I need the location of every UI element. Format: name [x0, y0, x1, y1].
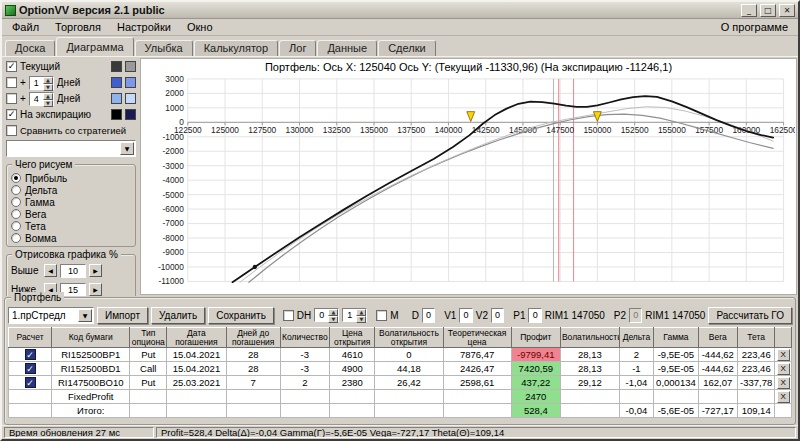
column-header-15[interactable]: [775, 328, 792, 348]
tab-diagram[interactable]: Диаграмма: [56, 37, 133, 56]
svg-text:-7000: -7000: [163, 218, 185, 228]
plus1-days-stepper[interactable]: 1 ▲▼: [29, 76, 54, 90]
up-arrow-icon[interactable]: ▲: [43, 77, 53, 84]
menu-window[interactable]: Окно: [179, 20, 221, 34]
column-header-1[interactable]: Код бумаги: [52, 328, 130, 348]
down-arrow-icon[interactable]: ▼: [43, 100, 53, 107]
column-header-10[interactable]: Волатильность: [560, 328, 619, 348]
radio-gamma[interactable]: Гамма: [11, 196, 131, 208]
d-field[interactable]: 0: [422, 308, 435, 323]
column-header-11[interactable]: Дельта: [619, 328, 653, 348]
row-delete-button[interactable]: X: [777, 349, 790, 361]
down-arrow-icon[interactable]: ▼: [328, 316, 338, 323]
row-calc-checkbox[interactable]: ✓: [25, 349, 36, 360]
menu-file[interactable]: Файл: [4, 20, 47, 34]
plus1-color-swatch-2[interactable]: [125, 77, 136, 88]
radio-profit[interactable]: Прибыль: [11, 172, 131, 184]
calc-go-button[interactable]: Рассчитать ГО: [708, 307, 792, 324]
p1-field[interactable]: 0: [528, 308, 541, 323]
column-header-6[interactable]: Цена открытия: [330, 328, 375, 348]
down-arrow-icon[interactable]: ▼: [43, 84, 53, 91]
svg-text:-2000: -2000: [163, 146, 185, 156]
v1-field[interactable]: 0: [459, 308, 472, 323]
radio-delta[interactable]: Дельта: [11, 184, 131, 196]
portfolio-group-title: Портфель: [11, 292, 64, 303]
plus4-color-swatch-1[interactable]: [111, 93, 122, 104]
current-checkbox[interactable]: [6, 61, 17, 72]
svg-text:130000: 130000: [286, 125, 314, 135]
row-delete-button[interactable]: X: [777, 391, 790, 403]
column-header-7[interactable]: Волатильность открытия: [375, 328, 443, 348]
up-arrow-icon[interactable]: ▲: [356, 309, 366, 316]
tab-calculator[interactable]: Калькулятор: [194, 40, 278, 56]
plus1-color-swatch-1[interactable]: [111, 77, 122, 88]
delete-button[interactable]: Удалить: [151, 307, 205, 324]
increase-above-button[interactable]: ▶: [89, 264, 102, 277]
menu-settings[interactable]: Настройки: [109, 20, 179, 34]
chevron-down-icon: ▼: [78, 309, 92, 322]
decrease-above-button[interactable]: ◀: [44, 264, 57, 277]
dh-stepper-2[interactable]: 1 ▲▼: [342, 308, 367, 322]
current-color-swatch-1[interactable]: [111, 61, 122, 72]
column-header-13[interactable]: Вега: [698, 328, 737, 348]
v2-field[interactable]: 0: [491, 308, 504, 323]
profit-chart[interactable]: 3000200010000-1000-2000-3000-4000-5000-6…: [141, 74, 795, 294]
cell-3: 28: [226, 362, 280, 376]
import-button[interactable]: Импорт: [97, 307, 148, 324]
svg-text:-4000: -4000: [163, 175, 185, 185]
m-label: M: [390, 310, 398, 321]
p2-field[interactable]: 0: [629, 308, 642, 323]
plus4-days-stepper[interactable]: 4 ▲▼: [29, 92, 54, 106]
cell-2: 15.04.2021: [167, 348, 227, 362]
up-arrow-icon[interactable]: ▲: [43, 93, 53, 100]
tab-deals[interactable]: Сделки: [378, 40, 436, 56]
tab-log[interactable]: Лог: [279, 40, 316, 56]
radio-vega[interactable]: Вега: [11, 208, 131, 220]
above-label: Выше: [11, 265, 41, 276]
tab-board[interactable]: Доска: [5, 40, 55, 56]
tab-smile[interactable]: Улыбка: [135, 40, 193, 56]
column-header-2[interactable]: Тип опциона: [130, 328, 167, 348]
row-calc-cell: ✓: [9, 362, 52, 376]
radio-theta[interactable]: Тета: [11, 220, 131, 232]
save-button[interactable]: Сохранить: [208, 307, 274, 324]
row-delete-button[interactable]: X: [777, 363, 790, 375]
column-header-4[interactable]: Дней до погашения: [226, 328, 280, 348]
compare-strategy-checkbox[interactable]: [6, 125, 17, 136]
row-calc-checkbox[interactable]: ✓: [25, 363, 36, 374]
column-header-12[interactable]: Гамма: [654, 328, 699, 348]
minimize-button[interactable]: _: [741, 4, 757, 17]
column-header-8[interactable]: Теоретическая цена: [443, 328, 511, 348]
plus4-color-swatch-2[interactable]: [125, 93, 136, 104]
current-color-swatch-2[interactable]: [125, 61, 136, 72]
svg-text:147500: 147500: [546, 125, 574, 135]
m-checkbox[interactable]: [376, 310, 387, 321]
row-delete-button[interactable]: X: [777, 377, 790, 389]
expiration-checkbox[interactable]: [6, 109, 17, 120]
tab-data[interactable]: Данные: [317, 40, 377, 56]
expiration-color-swatch-2[interactable]: [125, 109, 136, 120]
column-header-5[interactable]: Количество: [280, 328, 329, 348]
up-arrow-icon[interactable]: ▲: [328, 309, 338, 316]
expiration-color-swatch-1[interactable]: [111, 109, 122, 120]
svg-text:2000: 2000: [165, 88, 184, 98]
column-header-3[interactable]: Дата погашения: [167, 328, 227, 348]
radio-vomma[interactable]: Вомма: [11, 232, 131, 244]
column-header-14[interactable]: Тета: [737, 328, 775, 348]
maximize-button[interactable]: □: [760, 4, 776, 17]
column-header-0[interactable]: Расчет: [9, 328, 52, 348]
dh-checkbox[interactable]: [283, 310, 294, 321]
strategy-select[interactable]: ▼: [6, 140, 136, 157]
close-button[interactable]: ✕: [779, 4, 795, 17]
menu-trading[interactable]: Торговля: [47, 20, 109, 34]
status-update-time: Время обновления 27 мс: [4, 427, 154, 438]
row-calc-checkbox[interactable]: ✓: [25, 377, 36, 388]
plus4-checkbox[interactable]: [6, 93, 17, 104]
dh-stepper-1[interactable]: 0 ▲▼: [314, 308, 339, 322]
plus1-checkbox[interactable]: [6, 77, 17, 88]
menu-about[interactable]: О программе: [713, 20, 796, 34]
column-header-9[interactable]: Профит: [511, 328, 560, 348]
portfolio-preset-select[interactable]: 1.прСтредл ▼: [8, 307, 94, 324]
down-arrow-icon[interactable]: ▼: [356, 316, 366, 323]
increase-below-button[interactable]: ▶: [89, 283, 102, 296]
